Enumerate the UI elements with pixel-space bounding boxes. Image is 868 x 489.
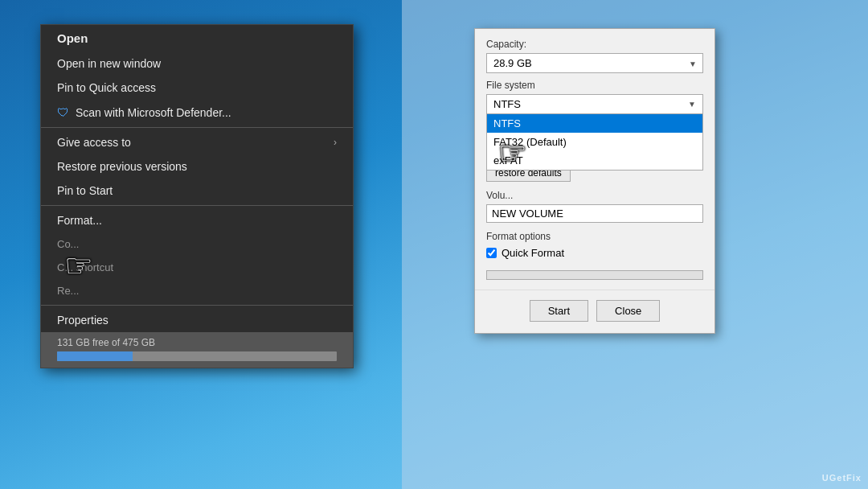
- filesystem-option-ntfs[interactable]: NTFS: [487, 114, 702, 133]
- filesystem-option-fat32[interactable]: FAT32 (Default): [487, 133, 702, 151]
- context-menu-pin-quick-access[interactable]: Pin to Quick access: [41, 76, 353, 100]
- context-menu-open-new-window[interactable]: Open in new window: [41, 51, 353, 76]
- close-button[interactable]: Close: [596, 300, 660, 322]
- start-button[interactable]: Start: [530, 300, 588, 322]
- format-action-buttons: Start Close: [475, 290, 714, 333]
- context-menu-format[interactable]: Format...: [41, 208, 353, 232]
- storage-bar-container: 131 GB free of 475 GB: [41, 332, 353, 368]
- dropdown-arrow-icon: ▼: [688, 100, 696, 109]
- context-menu-restore-versions[interactable]: Restore previous versions: [41, 154, 353, 179]
- filesystem-label: File system: [486, 80, 703, 91]
- separator-1: [41, 127, 353, 128]
- capacity-select-wrapper: 28.9 GB: [486, 53, 703, 73]
- context-menu-open[interactable]: Open: [41, 25, 353, 51]
- quick-format-checkbox[interactable]: [486, 248, 497, 258]
- storage-bar: [57, 351, 337, 361]
- context-menu-copy[interactable]: Co...: [41, 232, 353, 256]
- separator-2: [41, 205, 353, 206]
- volume-label: Volu...: [486, 190, 703, 201]
- quick-format-label: Quick Format: [502, 247, 564, 259]
- defender-icon: 🛡: [57, 105, 69, 119]
- capacity-select[interactable]: 28.9 GB: [486, 53, 703, 73]
- format-dialog-body: Capacity: 28.9 GB File system NTFS ▼ NTF…: [475, 29, 714, 290]
- context-menu-properties[interactable]: Properties: [41, 308, 353, 332]
- context-menu-shortcut[interactable]: C... shortcut: [41, 256, 353, 279]
- format-progress-bar: [486, 270, 703, 280]
- quick-format-row: Quick Format: [486, 247, 703, 259]
- format-options-section: Format options Quick Format: [486, 231, 703, 259]
- filesystem-select-display[interactable]: NTFS ▼: [486, 94, 703, 114]
- capacity-label: Capacity:: [486, 39, 703, 50]
- storage-bar-fill: [57, 351, 133, 361]
- context-menu-scan-defender[interactable]: 🛡 Scan with Microsoft Defender...: [41, 100, 353, 125]
- format-dialog: Capacity: 28.9 GB File system NTFS ▼ NTF…: [474, 28, 715, 334]
- filesystem-dropdown-list: NTFS FAT32 (Default) exFAT: [486, 114, 703, 171]
- context-menu: Open Open in new window Pin to Quick acc…: [40, 24, 354, 368]
- context-menu-give-access[interactable]: Give access to ›: [41, 130, 353, 154]
- separator-3: [41, 305, 353, 306]
- watermark: UGetFix: [822, 473, 862, 483]
- filesystem-option-exfat[interactable]: exFAT: [487, 151, 702, 170]
- context-menu-pin-start[interactable]: Pin to Start: [41, 179, 353, 203]
- filesystem-dropdown: NTFS ▼ NTFS FAT32 (Default) exFAT: [486, 94, 703, 114]
- volume-input[interactable]: [486, 204, 703, 223]
- arrow-icon: ›: [334, 137, 337, 148]
- context-menu-rename[interactable]: Re...: [41, 279, 353, 302]
- format-options-title: Format options: [486, 231, 703, 242]
